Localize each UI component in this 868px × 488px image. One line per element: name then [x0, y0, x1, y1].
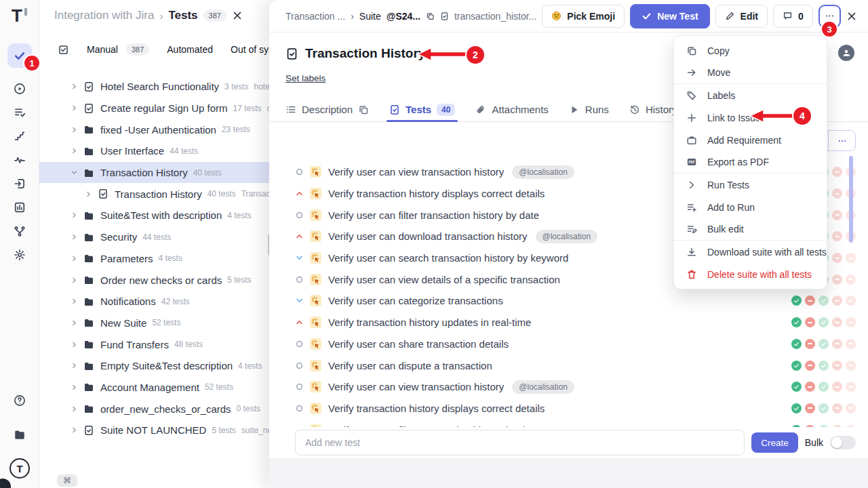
folder-filled-icon	[14, 428, 26, 441]
menu-item-download-suite-with-all-tests[interactable]: Download suite with all tests	[674, 241, 827, 263]
status-fail-faded-icon	[832, 403, 842, 413]
add-test-input[interactable]	[295, 430, 745, 455]
suite-tree-item[interactable]: Transaction History40 tests	[39, 162, 269, 184]
menu-item-bulk-edit[interactable]: Bulk edit	[674, 218, 827, 241]
create-button[interactable]: Create	[751, 432, 798, 453]
menu-item-delete-suite-with-all-tests[interactable]: Delete suite with all tests	[674, 263, 827, 285]
test-row[interactable]: Verify user can view transaction history…	[295, 376, 856, 398]
suite-tree-item[interactable]: Order new checks or cards5 tests	[39, 269, 269, 291]
suite-test-count: 52 tests	[205, 382, 233, 392]
rail-item-pulse[interactable]	[8, 148, 32, 171]
click-emoji-icon	[311, 253, 321, 263]
edit-button[interactable]: Edit	[715, 5, 768, 28]
bulk-toggle[interactable]	[830, 436, 856, 449]
copy-icon	[358, 104, 369, 115]
status-pass-faded-icon	[818, 382, 829, 392]
suite-name: Transaction History	[100, 167, 188, 178]
suite-tree-item[interactable]: Hotel Search Functionality3 testshotel_s	[39, 76, 269, 98]
suite-tree-item[interactable]: Parameters4 tests	[39, 248, 269, 270]
chevron-right-icon	[686, 180, 697, 190]
rail-item-test-plans[interactable]	[8, 100, 32, 124]
suite-tree-item[interactable]: New Suite52 tests	[39, 312, 269, 334]
chevron-right-icon	[71, 233, 78, 241]
test-title: Verify user can filter transaction histo…	[328, 209, 539, 221]
suite-tree-item[interactable]: Suite NOT LAUNCHED5 testssuite_not_lau	[39, 420, 269, 441]
suite-tree-item[interactable]: User Interface44 tests	[39, 140, 269, 162]
tab-automated[interactable]: Automated	[167, 44, 213, 55]
menu-item-labels[interactable]: Labels	[674, 84, 827, 106]
test-title: Verify user can categorize transactions	[328, 295, 503, 306]
tab-manual[interactable]: Manual	[87, 44, 118, 55]
user-avatar[interactable]	[838, 45, 854, 61]
suite-tree-item[interactable]: Transaction History40 testsTransactio	[39, 183, 269, 205]
rail-item-import[interactable]	[8, 171, 32, 195]
set-labels-link[interactable]: Set labels	[285, 73, 326, 83]
suite-tree-item[interactable]: fixed -User Authentication23 tests	[39, 119, 269, 140]
breadcrumb-parent-suite[interactable]: Transaction ...	[285, 11, 345, 22]
menu-item-copy[interactable]: Copy	[674, 39, 827, 62]
pick-emoji-button[interactable]: Pick Emoji	[542, 5, 625, 28]
menu-item-move[interactable]: Move	[674, 62, 827, 84]
menu-item-export-as-pdf[interactable]: PDFExport as PDF	[674, 151, 827, 174]
close-panel-icon[interactable]	[232, 10, 243, 21]
rail-item-help[interactable]	[8, 389, 32, 412]
comments-button[interactable]: 0	[773, 5, 813, 28]
status-fail-icon	[805, 317, 815, 327]
tab-history[interactable]: History	[629, 98, 677, 121]
close-suite-icon[interactable]	[846, 11, 857, 22]
new-test-button[interactable]: New Test	[630, 4, 709, 28]
suite-tree-item[interactable]: Security44 tests	[39, 226, 269, 248]
suite-tree-item[interactable]: Create regular Sign Up form17 testscrea	[39, 98, 269, 119]
menu-item-add-to-run[interactable]: Add to Run	[674, 196, 827, 218]
test-row[interactable]: Verify user can categorize transactions	[295, 290, 856, 312]
list-scrollbar[interactable]	[849, 156, 853, 243]
tab-description[interactable]: Description	[285, 98, 369, 121]
menu-item-label: Download suite with all tests	[707, 247, 827, 258]
suite-tree-item[interactable]: Account Management52 tests	[39, 377, 269, 399]
rail-item-runs[interactable]	[8, 77, 32, 100]
suite-tree-item[interactable]: Notifications42 tests	[39, 291, 269, 312]
tab-attachments[interactable]: Attachments	[475, 98, 548, 121]
ellipsis-icon	[837, 136, 847, 146]
rail-item-logo-badge[interactable]: T	[8, 457, 32, 480]
tab-tests[interactable]: Tests40	[389, 98, 455, 121]
list-more-button[interactable]	[828, 131, 855, 150]
suite-tree-item[interactable]: Suite&Test with description4 tests	[39, 205, 269, 226]
suite-file-ref[interactable]: transaction_histor...	[454, 11, 536, 22]
suite-tree-item[interactable]: Empty Suite&Test description4 tests	[39, 355, 269, 377]
tab-runs[interactable]: Runs	[569, 98, 609, 121]
rail-item-milestones[interactable]	[8, 124, 32, 148]
status-fail-faded-icon	[832, 253, 842, 263]
rail-item-settings[interactable]	[8, 243, 32, 266]
test-tag[interactable]: @localisation	[512, 165, 574, 179]
clock-history-icon	[629, 104, 640, 115]
rail-item-projects[interactable]	[8, 423, 32, 446]
suite-test-count: 44 tests	[170, 146, 198, 156]
tab-out-of-sync[interactable]: Out of sync	[231, 44, 269, 55]
test-tag[interactable]: @localisation	[536, 230, 598, 243]
test-row[interactable]: Verify user can dispute a transaction	[295, 354, 856, 376]
test-tag[interactable]: @localisation	[512, 380, 574, 394]
suite-tree-item[interactable]: order_new_checks_or_cards0 tests	[39, 398, 269, 420]
suite-name: Security	[100, 231, 137, 243]
status-fail-faint-icon	[846, 274, 856, 285]
test-row[interactable]: Verify transaction history displays corr…	[295, 398, 856, 420]
test-row[interactable]: Verify transaction history updates in re…	[295, 312, 856, 333]
copy-icon	[686, 45, 697, 56]
menu-item-label: Add Requirement	[707, 135, 781, 146]
select-check-icon[interactable]	[58, 44, 69, 56]
chevron-right-icon	[71, 126, 78, 134]
copy-icon[interactable]	[426, 11, 435, 22]
menu-item-add-requirement[interactable]: Add Requirement	[674, 129, 827, 151]
test-row[interactable]: Verify user can share transaction detail…	[295, 333, 856, 355]
suite-tree-item[interactable]: Fund Transfers48 tests	[39, 333, 269, 355]
rail-item-analytics[interactable]	[8, 195, 32, 219]
status-fail-faded-icon	[832, 296, 842, 306]
status-pass-faded-icon	[818, 339, 829, 349]
status-fail-faded-icon	[832, 317, 842, 327]
menu-item-run-tests[interactable]: Run Tests	[674, 174, 827, 196]
rail-item-branches[interactable]	[8, 219, 32, 243]
breadcrumb-project[interactable]: Integration with Jira	[54, 9, 154, 22]
app-logo[interactable]: T	[12, 5, 22, 26]
chevron-right-icon	[71, 426, 78, 434]
